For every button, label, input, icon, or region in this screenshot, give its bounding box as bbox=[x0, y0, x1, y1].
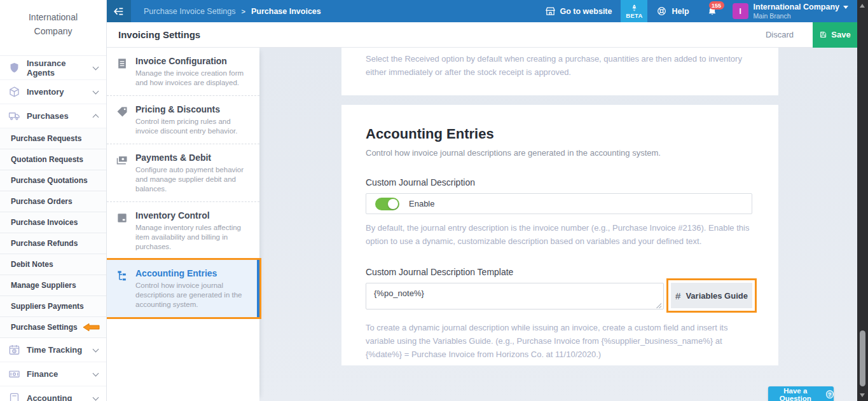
settings-nav-desc: Manage the invoice creation form and how… bbox=[135, 69, 252, 88]
settings-nav-pricing-discounts[interactable]: Pricing & Discounts Control item pricing… bbox=[107, 96, 259, 144]
section-subtitle: Control how invoice journal descriptions… bbox=[366, 148, 754, 158]
browser-scrollbar[interactable] bbox=[857, 0, 868, 401]
sidebar-item-purchases[interactable]: Purchases bbox=[0, 104, 106, 128]
sidebar-item-purchase-orders[interactable]: Purchase Orders bbox=[0, 191, 106, 212]
scrollbar-down-arrow-icon[interactable] bbox=[860, 393, 865, 397]
sidebar-item-purchase-invoices[interactable]: Purchase Invoices bbox=[0, 212, 106, 233]
account-info: International Company Main Branch bbox=[754, 3, 848, 20]
sidebar-item-debit-notes[interactable]: Debit Notes bbox=[0, 254, 106, 275]
notification-badge: 155 bbox=[709, 1, 724, 10]
breadcrumb-separator: > bbox=[242, 8, 245, 15]
sidebar-item-manage-suppliers[interactable]: Manage Suppliers bbox=[0, 275, 106, 296]
beta-label: BETA bbox=[626, 12, 642, 19]
go-to-website-label: Go to website bbox=[560, 7, 612, 16]
template-help-text: To create a dynamic journal description … bbox=[366, 321, 750, 361]
tag-icon bbox=[116, 105, 128, 118]
sub-item-label: Purchase Requests bbox=[11, 134, 81, 143]
dropdown-caret-icon bbox=[843, 6, 848, 9]
settings-nav-inventory-control[interactable]: Inventory Control Manage inventory rules… bbox=[107, 202, 259, 260]
notifications-button[interactable]: 155 bbox=[698, 0, 726, 22]
variables-guide-label: Variables Guide bbox=[685, 291, 748, 301]
sidebar-item-label: Inventory bbox=[27, 87, 87, 97]
hash-icon: # bbox=[675, 290, 680, 301]
sidebar-item-inventory[interactable]: Inventory bbox=[0, 80, 106, 104]
settings-nav-accounting-entries[interactable]: Accounting Entries Control how invoice j… bbox=[107, 260, 259, 317]
calculator-icon bbox=[8, 392, 20, 401]
sub-item-label: Purchase Orders bbox=[11, 197, 72, 206]
template-label: Custom Journal Description Template bbox=[366, 267, 754, 277]
sub-item-label: Purchase Settings bbox=[11, 323, 78, 332]
settings-nav-payments-debit[interactable]: Payments & Debit Configure auto payment … bbox=[107, 144, 259, 202]
account-branch: Main Branch bbox=[754, 12, 848, 20]
sidebar-item-quotation-requests[interactable]: Quotation Requests bbox=[0, 149, 106, 170]
sidebar-item-label: Time Tracking bbox=[27, 345, 87, 355]
variables-guide-button[interactable]: # Variables Guide bbox=[671, 283, 752, 308]
sidebar-item-time-tracking[interactable]: Time Tracking bbox=[0, 338, 106, 362]
settings-nav-title: Pricing & Discounts bbox=[135, 104, 252, 114]
resize-handle[interactable] bbox=[656, 303, 661, 308]
settings-nav-title: Payments & Debit bbox=[135, 153, 252, 163]
template-input[interactable]: {%po_note%} bbox=[366, 283, 664, 309]
breadcrumb-parent[interactable]: Purchase Invoice Settings bbox=[144, 7, 236, 16]
template-input-wrap: {%po_note%} bbox=[366, 283, 664, 312]
enable-toggle[interactable] bbox=[375, 198, 399, 210]
sidebar-item-label: Purchases bbox=[27, 111, 87, 121]
have-a-question-button[interactable]: Have a Question ? bbox=[768, 386, 834, 401]
page-header: Invoicing Settings Discard Save bbox=[107, 22, 857, 48]
avatar: I bbox=[733, 3, 748, 19]
sidebar-item-purchase-settings[interactable]: Purchase Settings bbox=[0, 317, 106, 338]
box-icon bbox=[8, 86, 20, 98]
sidebar: International Company Insurance Agents I… bbox=[0, 0, 107, 401]
company-name-line1: International bbox=[0, 10, 106, 24]
settings-nav-desc: Manage inventory rules affecting item av… bbox=[135, 223, 252, 252]
chevron-down-icon bbox=[93, 346, 99, 352]
go-to-website-button[interactable]: Go to website bbox=[536, 0, 621, 22]
sub-item-label: Manage Suppliers bbox=[11, 281, 76, 290]
save-button[interactable]: Save bbox=[813, 22, 857, 48]
discard-button[interactable]: Discard bbox=[766, 30, 794, 39]
orange-annotation-arrow-icon bbox=[83, 323, 100, 332]
chevron-down-icon bbox=[93, 88, 99, 94]
settings-nav-invoice-configuration[interactable]: Invoice Configuration Manage the invoice… bbox=[107, 48, 259, 96]
enable-label: Enable bbox=[409, 199, 434, 208]
account-menu[interactable]: I International Company Main Branch bbox=[726, 0, 857, 22]
help-button[interactable]: Help bbox=[647, 0, 698, 22]
sidebar-item-purchase-quotations[interactable]: Purchase Quotations bbox=[0, 170, 106, 191]
main-content: Select the Received option by default wh… bbox=[259, 48, 857, 401]
scrollbar-up-arrow-icon[interactable] bbox=[860, 4, 865, 8]
invoice-icon bbox=[116, 57, 128, 70]
account-name: International Company bbox=[754, 3, 839, 11]
settings-nav-title: Accounting Entries bbox=[135, 268, 249, 278]
purchases-submenu: Purchase Requests Quotation Requests Pur… bbox=[0, 128, 106, 338]
sub-item-label: Suppliers Payments bbox=[11, 302, 84, 311]
sidebar-item-insurance-agents[interactable]: Insurance Agents bbox=[0, 56, 106, 80]
sub-item-label: Quotation Requests bbox=[11, 155, 83, 164]
settings-nav-desc: Configure auto payment behavior and mana… bbox=[135, 165, 252, 194]
sub-item-label: Purchase Quotations bbox=[11, 176, 88, 185]
scrollbar-thumb[interactable] bbox=[860, 330, 865, 386]
banknote-icon bbox=[8, 368, 20, 380]
sidebar-item-purchase-refunds[interactable]: Purchase Refunds bbox=[0, 233, 106, 254]
settings-nav-desc: Control how invoice journal descriptions… bbox=[135, 281, 249, 309]
intro-text: Select the Received option by default wh… bbox=[366, 52, 754, 79]
sidebar-item-accounting[interactable]: Accounting bbox=[0, 386, 106, 401]
custom-journal-description-label: Custom Journal Description bbox=[366, 177, 754, 187]
breadcrumb: Purchase Invoice Settings > Purchase Inv… bbox=[144, 7, 321, 16]
chevron-down-icon bbox=[93, 394, 99, 400]
app-window: International Company Insurance Agents I… bbox=[0, 0, 868, 401]
sidebar-item-label: Accounting bbox=[27, 393, 87, 401]
beta-button[interactable]: BETA bbox=[621, 0, 647, 22]
chevron-down-icon bbox=[93, 370, 99, 376]
sidebar-item-purchase-requests[interactable]: Purchase Requests bbox=[0, 128, 106, 149]
sidebar-item-finance[interactable]: Finance bbox=[0, 362, 106, 386]
save-icon bbox=[819, 31, 827, 39]
section-title: Accounting Entries bbox=[366, 126, 754, 142]
settings-nav-panel: Invoice Configuration Manage the invoice… bbox=[107, 48, 259, 401]
page-title: Invoicing Settings bbox=[118, 29, 200, 40]
settings-nav-title: Invoice Configuration bbox=[135, 56, 252, 66]
collapse-sidebar-button[interactable] bbox=[107, 0, 131, 22]
toggle-knob bbox=[388, 199, 398, 209]
have-a-question-label: Have a Question bbox=[768, 387, 823, 401]
truck-icon bbox=[8, 110, 20, 122]
sidebar-item-suppliers-payments[interactable]: Suppliers Payments bbox=[0, 296, 106, 317]
